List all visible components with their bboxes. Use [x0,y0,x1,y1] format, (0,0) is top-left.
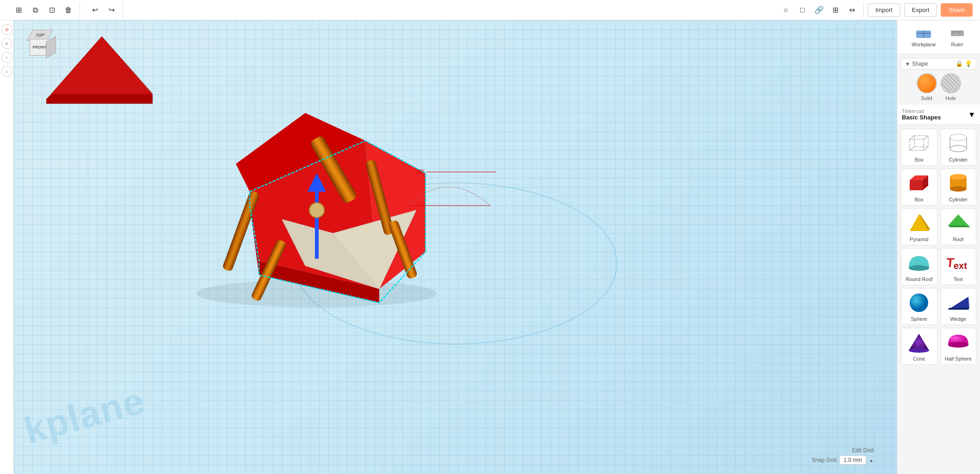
svg-point-60 [909,348,929,353]
shape-item-cylinder-orange[interactable]: Cylinder [940,168,977,206]
svg-marker-49 [948,214,968,225]
tab-ruler[interactable]: Ruler [943,24,971,50]
box-wire-icon [905,132,933,155]
left-panel: ⟳ + − ⌂ [0,20,14,474]
share-button[interactable]: Share [941,3,973,17]
import-button[interactable]: Import [868,3,900,17]
snap-grid-label: Snap Grid [812,457,837,463]
sphere-label: Sphere [911,316,927,322]
tinkercad-title: Tinkercad [902,108,941,114]
round-roof-label: Round Roof [906,276,933,282]
view-circle-button[interactable]: ○ [778,3,793,18]
zoom-in-button[interactable]: + [1,38,12,49]
export-button[interactable]: Export [904,3,937,17]
cylinder-orange-label: Cylinder [949,197,968,202]
shape-item-box-red[interactable]: Box [901,168,937,206]
hole-circle [941,73,961,94]
file-tools: ⊞ ⧉ ⊡ 🗑 [7,3,80,18]
svg-point-54 [910,293,928,312]
right-panel: Workplane Ruler ▼ Shape [897,20,980,474]
svg-text:ext: ext [954,261,967,271]
shape-panel-arrow: ▼ [905,61,910,67]
svg-marker-1 [46,94,153,104]
shape-item-text[interactable]: T ext Text [940,248,977,285]
viewport[interactable]: kplane TOP FRONT [14,20,897,474]
sphere-icon [905,291,933,314]
shapes-dropdown[interactable]: ▼ [968,111,975,119]
svg-marker-58 [968,297,969,310]
bottom-bar: Edit Grid Snap Grid 1.0 mm ▲ [812,447,874,465]
svg-rect-40 [910,180,923,190]
shape-panel-title-label: Shape [912,61,928,67]
shape-preview [46,34,153,108]
shape-item-pyramid[interactable]: Pyramid [901,208,937,245]
tab-ruler-label: Ruler [951,42,963,47]
rotate-button[interactable]: ⟳ [1,24,12,35]
svg-marker-0 [51,37,153,94]
cylinder-wire-label: Cylinder [949,157,968,162]
shapes-grid: Box Cylinder [901,129,976,365]
edit-grid-label[interactable]: Edit Grid [852,447,874,454]
cone-label: Cone [913,356,925,362]
snap-arrow[interactable]: ▲ [869,458,874,463]
solid-circle [917,73,937,94]
tinkercad-info: Tinkercad Basic Shapes [902,108,941,121]
hole-button[interactable]: Hole [941,73,961,101]
shape-item-box-wire[interactable]: Box [901,129,937,166]
svg-marker-50 [948,225,970,227]
lightbulb-icon[interactable]: 💡 [965,60,972,67]
shape-item-roof[interactable]: Roof [940,208,977,245]
view-mirror-button[interactable]: ⇔ [845,3,860,18]
snap-value[interactable]: 1.0 mm [839,455,866,465]
box-wire-label: Box [915,157,924,162]
pyramid-icon [905,212,933,235]
svg-point-45 [950,186,967,192]
tinkercad-section: Tinkercad Basic Shapes ▼ [897,105,980,125]
home-button[interactable]: ⌂ [1,66,12,77]
ruler-icon [949,27,966,40]
shape-item-sphere[interactable]: Sphere [901,288,937,325]
shape-item-cone[interactable]: Cone [901,328,937,365]
tab-workplane[interactable]: Workplane [906,24,941,50]
view-tools: ○ □ 🔗 ⊞ ⇔ [775,3,864,18]
solid-hole-selector: Solid Hole [897,73,980,101]
wedge-label: Wedge [950,316,966,322]
toolbar: ⊞ ⧉ ⊡ 🗑 ↩ ↪ ○ □ 🔗 ⊞ ⇔ Import Export Shar… [0,0,980,20]
view-link-button[interactable]: 🔗 [812,3,826,18]
snap-grid: Snap Grid 1.0 mm ▲ [812,455,874,465]
shape-item-wedge[interactable]: Wedge [940,288,977,325]
svg-line-32 [910,136,914,139]
svg-point-36 [950,134,967,141]
svg-point-51 [909,265,929,271]
new-button[interactable]: ⊞ [11,3,26,18]
svg-marker-59 [909,334,929,350]
svg-point-61 [948,342,968,348]
hole-label: Hole [945,95,956,101]
delete-button[interactable]: 🗑 [61,3,76,18]
svg-point-20 [309,203,324,218]
solid-label: Solid [921,95,932,101]
undo-button[interactable]: ↩ [87,3,102,18]
svg-marker-56 [948,297,968,310]
cylinder-orange-icon [944,172,972,195]
copy-button[interactable]: ⧉ [28,3,43,18]
pyramid-label: Pyramid [910,237,928,242]
workplane-icon [915,27,932,40]
svg-point-46 [950,174,967,180]
redo-button[interactable]: ↪ [104,3,119,18]
solid-button[interactable]: Solid [917,73,937,101]
shape-item-cylinder-wire[interactable]: Cylinder [940,129,977,166]
zoom-out-button[interactable]: − [1,52,12,63]
view-square-button[interactable]: □ [795,3,810,18]
svg-line-34 [910,147,914,150]
shape-item-round-roof[interactable]: Round Roof [901,248,937,285]
duplicate-button[interactable]: ⊡ [44,3,59,18]
shape-item-half-sphere[interactable]: Half Sphere [940,328,977,365]
lock-icon[interactable]: 🔒 [955,60,963,67]
view-grid-button[interactable]: ⊞ [828,3,843,18]
svg-marker-57 [948,308,969,310]
svg-line-33 [924,136,928,139]
wedge-icon [944,291,972,314]
history-tools: ↩ ↪ [84,3,123,18]
half-sphere-label: Half Sphere [945,356,972,362]
